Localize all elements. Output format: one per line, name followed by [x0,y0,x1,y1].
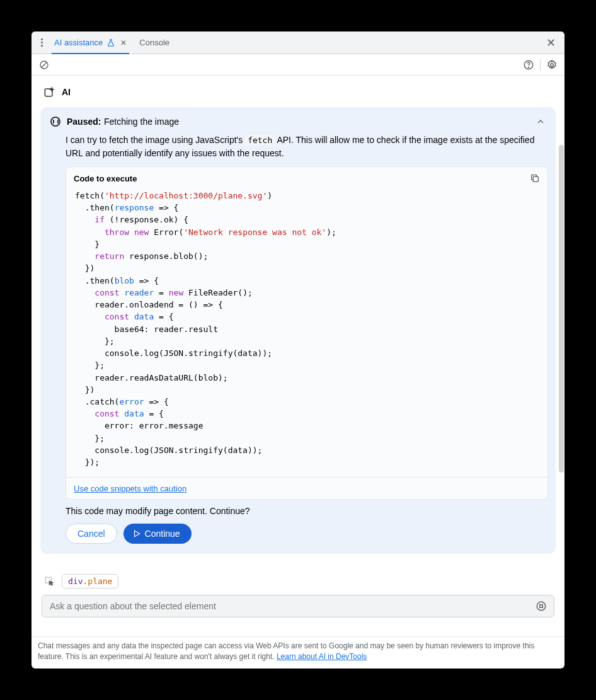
tab-label: Console [139,38,169,47]
selected-element-badge[interactable]: div.plane [62,574,118,588]
code-card-title: Code to execute [74,174,137,183]
divider [540,59,541,71]
paused-label: Paused: [67,117,101,127]
code-block: fetch('http://localhost:3000/plane.svg')… [66,183,547,477]
continue-button[interactable]: Continue [123,524,192,544]
explanation-text: I can try to fetch the image using JavaS… [48,134,548,166]
footer-disclaimer: Chat messages and any data the inspected… [32,636,564,668]
clear-icon[interactable] [37,57,52,72]
svg-rect-10 [540,605,543,608]
tab-label: AI assistance [54,38,103,47]
flask-icon [106,38,115,47]
stop-icon[interactable] [536,600,547,612]
close-tab-icon[interactable]: ✕ [120,38,127,47]
more-menu-icon[interactable] [35,36,48,49]
close-panel-icon[interactable]: ✕ [541,33,561,52]
svg-point-9 [537,602,546,611]
svg-point-3 [529,67,529,67]
tab-ai-assistance[interactable]: AI assistance ✕ [48,32,133,54]
toolbar [32,54,564,76]
inspect-icon[interactable] [44,576,55,587]
inline-code: fetch [245,135,275,146]
svg-rect-6 [533,176,538,181]
paused-card: Paused: Fetching the image I can try to … [40,107,556,554]
help-icon[interactable] [521,57,536,72]
confirm-text: This code may modify page content. Conti… [48,500,548,524]
caution-link[interactable]: Use code snippets with caution [74,484,186,493]
play-icon [132,529,141,538]
svg-line-1 [42,62,47,67]
ask-input[interactable] [42,595,554,617]
ai-title: AI [62,87,71,97]
pause-icon [50,117,60,127]
tab-console[interactable]: Console [133,32,176,54]
learn-more-link[interactable]: Learn about AI in DevTools [277,652,367,661]
svg-point-4 [551,63,554,66]
selected-element-row: div.plane [37,563,559,595]
ai-header: AI [37,83,559,107]
code-card: Code to execute fetch('http://localhost:… [66,166,548,500]
cancel-button[interactable]: Cancel [66,524,117,544]
paused-text: Fetching the image [104,117,179,127]
copy-icon[interactable] [530,173,540,183]
scrollbar[interactable] [559,145,564,473]
settings-icon[interactable] [544,57,559,72]
chevron-up-icon[interactable] [536,117,546,127]
svg-marker-7 [134,531,139,537]
ai-spark-icon [43,86,55,98]
tab-bar: AI assistance ✕ Console ✕ [32,32,564,54]
